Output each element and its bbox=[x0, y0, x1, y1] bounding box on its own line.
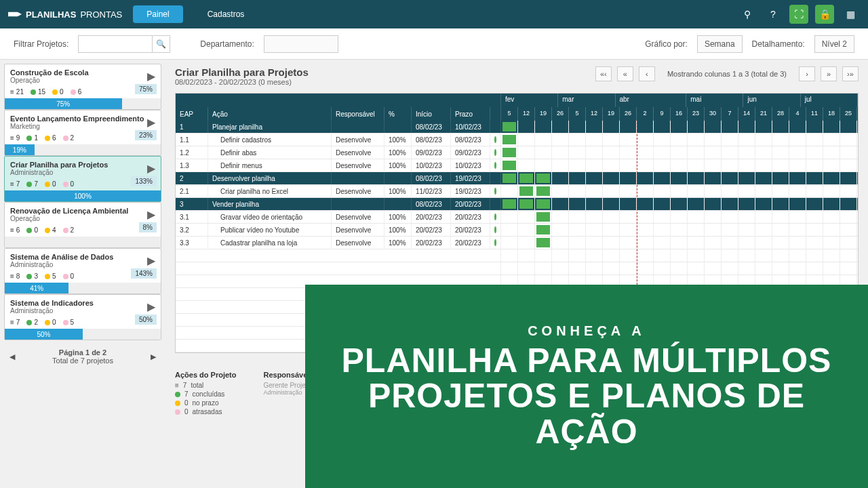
nav-painel[interactable]: Painel bbox=[133, 5, 182, 23]
project-card[interactable]: Evento Lançamento Empreendimento Marketi… bbox=[4, 110, 161, 156]
project-card-dept: Operação bbox=[10, 77, 155, 84]
brand-text-1: PLANILHAS bbox=[26, 9, 76, 20]
gantt-row[interactable]: 3.3 Cadastrar planilha na loja Desenvolv… bbox=[176, 237, 501, 249]
pager-next[interactable]: ▶ bbox=[151, 352, 156, 361]
gantt-last[interactable]: ›» bbox=[842, 66, 859, 81]
filter-projects-label: Filtrar Projetos: bbox=[14, 39, 68, 49]
project-card-title: Sistema de Indicadores bbox=[10, 299, 155, 307]
gantt-row[interactable]: 1.2 Definir abas Desenvolve 100% 09/02/2… bbox=[176, 146, 501, 159]
overlay-subtitle: CONHEÇA A bbox=[528, 323, 646, 339]
gantt-row[interactable]: 1.3 Definir menus Desenvolve 100% 10/02/… bbox=[176, 159, 501, 172]
logo-icon bbox=[8, 9, 22, 20]
gantt-controls: «‹ « ‹ Mostrando colunas 1 a 3 (total de… bbox=[595, 66, 859, 81]
gantt-row[interactable]: 3 Vender planilha 08/02/23 20/02/23 bbox=[176, 198, 501, 211]
project-card[interactable]: Sistema de Indicadores Administração ▶ ≡… bbox=[4, 294, 161, 340]
play-icon[interactable]: ▶ bbox=[147, 116, 155, 129]
app-header: PLANILHASPRONTAS Painel Cadastros ⚲ ? ⛶ … bbox=[0, 0, 868, 28]
gantt-row[interactable]: 3.1 Gravar vídeo de orientação Desenvolv… bbox=[176, 211, 501, 224]
check-icon bbox=[494, 162, 496, 169]
check-icon bbox=[494, 149, 496, 156]
gantt-row[interactable]: 2 Desenvolver planilha 08/02/23 19/02/23 bbox=[176, 172, 501, 185]
nav-cadastros[interactable]: Cadastros bbox=[194, 5, 258, 23]
gantt-prev-page[interactable]: « bbox=[617, 66, 633, 81]
columns-info: Mostrando colunas 1 a 3 (total de 3) bbox=[667, 70, 787, 78]
project-pct-badge: 23% bbox=[135, 130, 157, 140]
gantt-row[interactable]: 1.1 Definir cadastros Desenvolve 100% 08… bbox=[176, 134, 501, 146]
search-icon[interactable]: 🔍 bbox=[153, 35, 170, 53]
pager: ◀ Página 1 de 2 Total de 7 projetos ▶ bbox=[4, 343, 161, 370]
grid-icon[interactable]: ▦ bbox=[841, 5, 860, 24]
play-icon[interactable]: ▶ bbox=[147, 208, 155, 221]
brand-logo: PLANILHASPRONTAS bbox=[8, 9, 122, 20]
grafico-label: Gráfico por: bbox=[645, 39, 688, 49]
pager-prev[interactable]: ◀ bbox=[9, 352, 15, 361]
project-card-dept: Operação bbox=[10, 215, 155, 222]
gantt-row[interactable]: 1 Planejar planilha 08/02/23 10/02/23 bbox=[176, 121, 501, 134]
grafico-select[interactable]: Semana bbox=[697, 35, 743, 53]
pager-total: Total de 7 projetos bbox=[15, 357, 151, 365]
project-pct-badge: 75% bbox=[135, 84, 157, 94]
expand-icon[interactable]: ⛶ bbox=[789, 5, 808, 24]
project-card[interactable]: Construção de Escola Operação ▶ ≡ 21 15 … bbox=[4, 64, 161, 110]
acoes-title: Ações do Projeto bbox=[175, 371, 236, 379]
project-pct-badge: 8% bbox=[139, 222, 157, 232]
filter-bar: Filtrar Projetos: 🔍 Departamento: Gráfic… bbox=[0, 28, 868, 60]
project-card-dept: Administração bbox=[10, 307, 155, 314]
play-icon[interactable]: ▶ bbox=[147, 162, 155, 175]
gantt-prev[interactable]: ‹ bbox=[639, 66, 655, 81]
project-card[interactable]: Sistema de Análise de Dados Administraçã… bbox=[4, 248, 161, 294]
detalhamento-label: Detalhamento: bbox=[752, 39, 805, 49]
gantt-next-page[interactable]: » bbox=[821, 66, 837, 81]
col-inicio: Início bbox=[412, 107, 451, 121]
project-card-title: Criar Planilha para Projetos bbox=[10, 161, 155, 169]
project-card-title: Evento Lançamento Empreendimento bbox=[10, 115, 155, 123]
gantt-row[interactable] bbox=[176, 262, 501, 275]
gantt-row[interactable]: 3.2 Publicar vídeo no Youtube Desenvolve… bbox=[176, 224, 501, 237]
play-icon[interactable]: ▶ bbox=[147, 70, 155, 83]
check-icon bbox=[494, 239, 496, 246]
col-resp: Responsável bbox=[332, 107, 384, 121]
col-pct: % bbox=[384, 107, 412, 121]
project-card-title: Sistema de Análise de Dados bbox=[10, 253, 155, 261]
help-icon[interactable]: ? bbox=[764, 5, 783, 24]
department-select[interactable] bbox=[264, 35, 338, 53]
brand-text-2: PRONTAS bbox=[80, 9, 122, 20]
pager-page: Página 1 de 2 bbox=[15, 348, 151, 357]
check-icon bbox=[494, 226, 496, 233]
play-icon[interactable]: ▶ bbox=[147, 300, 155, 313]
gantt-row[interactable]: 2.1 Criar planilha no Excel Desenvolve 1… bbox=[176, 185, 501, 198]
overlay-title: PLANILHA PARA MÚLTIPLOS PROJETOS E PLANO… bbox=[319, 343, 854, 450]
lock-icon[interactable]: 🔒 bbox=[815, 5, 834, 24]
gantt-next[interactable]: › bbox=[799, 66, 815, 81]
check-icon bbox=[494, 136, 496, 143]
promo-overlay: CONHEÇA A PLANILHA PARA MÚLTIPLOS PROJET… bbox=[305, 285, 868, 488]
project-card-title: Construção de Escola bbox=[10, 68, 155, 77]
gantt-row[interactable] bbox=[176, 249, 501, 262]
project-pct-badge: 50% bbox=[135, 314, 157, 325]
filter-projects-input[interactable] bbox=[78, 35, 153, 53]
project-card-dept: Administração bbox=[10, 261, 155, 268]
project-sidebar: Construção de Escola Operação ▶ ≡ 21 15 … bbox=[0, 60, 165, 488]
project-card-dept: Administração bbox=[10, 169, 155, 176]
play-icon[interactable]: ▶ bbox=[147, 254, 155, 267]
col-acao: Ação bbox=[208, 107, 332, 121]
col-eap: EAP bbox=[176, 107, 208, 121]
check-icon bbox=[494, 214, 496, 220]
project-card[interactable]: Criar Planilha para Projetos Administraç… bbox=[4, 156, 161, 202]
project-card[interactable]: Renovação de Licença Ambiental Operação … bbox=[4, 202, 161, 248]
project-pct-badge: 143% bbox=[131, 268, 157, 279]
department-label: Departamento: bbox=[200, 39, 254, 49]
detalhamento-select[interactable]: Nível 2 bbox=[814, 35, 854, 53]
share-icon[interactable]: ⚲ bbox=[738, 5, 757, 24]
project-pct-badge: 133% bbox=[131, 176, 157, 186]
gantt-first[interactable]: «‹ bbox=[595, 66, 612, 81]
project-card-dept: Marketing bbox=[10, 123, 155, 130]
col-prazo: Prazo bbox=[451, 107, 490, 121]
check-icon bbox=[494, 188, 496, 195]
project-card-title: Renovação de Licença Ambiental bbox=[10, 207, 155, 215]
